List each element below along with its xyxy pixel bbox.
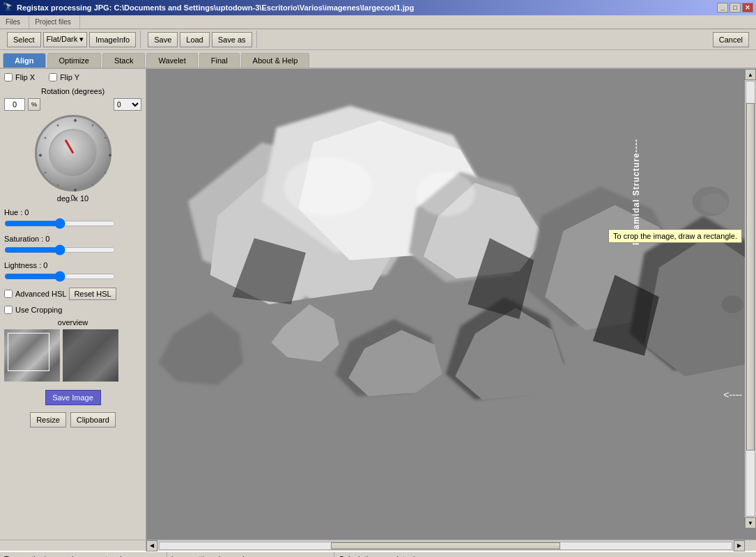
- svg-point-30: [284, 157, 372, 217]
- save-image-button[interactable]: Save Image: [45, 390, 101, 405]
- svg-point-11: [56, 125, 59, 127]
- thumbnail-container: [4, 329, 141, 382]
- lightness-row: Lightness : 0: [4, 261, 141, 283]
- svg-point-1: [91, 125, 93, 127]
- rotation-select[interactable]: 0 90 180 270: [114, 98, 141, 111]
- files-group: Files: [0, 15, 29, 29]
- select-section: Select Flat/Dark ▾ ImageInfo: [3, 31, 141, 48]
- flip-row: Flip X Flip Y: [4, 73, 141, 81]
- svg-point-8: [44, 172, 46, 174]
- files-label: Files: [6, 18, 23, 26]
- svg-point-37: [722, 295, 744, 313]
- project-section: Save Load Save as: [144, 31, 256, 48]
- tab-final[interactable]: Final: [199, 53, 240, 68]
- saturation-slider[interactable]: [4, 244, 116, 256]
- tab-align[interactable]: Align: [3, 53, 46, 68]
- cancel-button[interactable]: Cancel: [713, 32, 749, 47]
- select-button[interactable]: Select: [7, 32, 41, 47]
- reset-hsl-button[interactable]: Reset HSL: [69, 288, 116, 300]
- title-bar: 🔭 Registax processing JPG: C:\Documents …: [0, 0, 756, 15]
- svg-point-31: [416, 172, 475, 216]
- resize-button[interactable]: Resize: [30, 412, 66, 427]
- svg-point-3: [109, 154, 111, 157]
- flip-y-label[interactable]: Flip Y: [49, 73, 79, 81]
- use-cropping-label[interactable]: Use Cropping: [4, 306, 62, 314]
- lightness-slider[interactable]: [4, 271, 116, 282]
- advanced-hsl-row: Advanced HSL Reset HSL: [4, 288, 141, 300]
- main-image-svg: [146, 69, 756, 540]
- flat-dark-button[interactable]: Flat/Dark ▾: [43, 32, 88, 47]
- image-area[interactable]: ▲ ▼: [146, 69, 756, 540]
- app-icon: 🔭: [3, 2, 14, 13]
- hscroll-right-button[interactable]: ▶: [734, 540, 745, 551]
- rotation-input[interactable]: [4, 98, 25, 111]
- advanced-hsl-checkbox[interactable]: [4, 290, 13, 298]
- status-bar: To crop the image, draw a rectangle. lay…: [0, 551, 756, 557]
- horizontal-scrollbar[interactable]: ◀ ▶: [0, 540, 756, 551]
- knob-zero-label: 0: [71, 194, 75, 202]
- left-panel: Flip X Flip Y Rotation (degrees) % 0 90 …: [0, 69, 146, 540]
- knob-indicator: [64, 139, 74, 154]
- flip-x-checkbox[interactable]: [4, 73, 13, 81]
- clipboard-button[interactable]: Clipboard: [70, 412, 116, 427]
- save-button[interactable]: Save: [148, 32, 178, 47]
- save-as-button[interactable]: Save as: [212, 32, 252, 47]
- bottom-buttons: Resize Clipboard: [4, 412, 141, 427]
- rotation-row: % 0 90 180 270: [4, 98, 141, 111]
- image-info-button[interactable]: ImageInfo: [89, 32, 136, 47]
- menu-bar: Files Project files: [0, 15, 756, 29]
- flip-y-checkbox[interactable]: [49, 73, 57, 81]
- save-image-row: Save Image: [4, 387, 141, 408]
- rotation-unit-button[interactable]: %: [28, 98, 40, 111]
- close-button[interactable]: ✕: [742, 3, 753, 13]
- vertical-scrollbar[interactable]: ▲ ▼: [745, 69, 756, 528]
- tab-about[interactable]: About & Help: [241, 53, 310, 68]
- vscroll-track[interactable]: [746, 81, 755, 517]
- status-pane-2: layer setting changed: [167, 552, 334, 557]
- use-cropping-checkbox[interactable]: [4, 306, 13, 314]
- svg-point-0: [74, 119, 77, 122]
- status-pane-1: To crop the image, draw a rectangle.: [0, 552, 167, 557]
- hscroll-left-button[interactable]: ◀: [146, 540, 157, 551]
- use-cropping-row: Use Cropping: [4, 306, 141, 314]
- overview-label: overview: [4, 318, 141, 327]
- status-pane-3: Calculating wavelets done: [334, 552, 756, 557]
- svg-point-10: [44, 137, 46, 139]
- cancel-section: Cancel: [260, 31, 754, 48]
- scroll-down-button[interactable]: ▼: [745, 517, 756, 528]
- tab-wavelet[interactable]: Wavelet: [146, 53, 197, 68]
- tab-stack[interactable]: Stack: [102, 53, 146, 68]
- hue-slider[interactable]: [4, 218, 116, 229]
- advanced-hsl-label[interactable]: Advanced HSL: [4, 290, 66, 298]
- toolbar: Select Flat/Dark ▾ ImageInfo Save Load S…: [0, 29, 756, 50]
- main-area: Flip X Flip Y Rotation (degrees) % 0 90 …: [0, 69, 756, 540]
- saturation-label: Saturation : 0: [4, 235, 141, 243]
- flip-x-label[interactable]: Flip X: [4, 73, 35, 81]
- crop-section: Use Cropping overview Save Image Resize …: [4, 306, 141, 427]
- tab-bar: Align Optimize Stack Wavelet Final About…: [0, 50, 756, 69]
- svg-point-4: [104, 172, 106, 174]
- side-arrow: <----: [723, 389, 742, 400]
- lightness-label: Lightness : 0: [4, 261, 141, 269]
- svg-point-36: [701, 194, 727, 214]
- thumbnail-right: [63, 329, 118, 382]
- rotation-label: Rotation (degrees): [4, 87, 141, 95]
- svg-point-5: [91, 185, 93, 187]
- maximize-button[interactable]: □: [730, 3, 741, 13]
- scroll-up-button[interactable]: ▲: [745, 69, 756, 80]
- svg-point-6: [74, 189, 77, 191]
- hscroll-thumb[interactable]: [331, 542, 560, 549]
- hue-label: Hue : 0: [4, 208, 141, 217]
- tab-optimize[interactable]: Optimize: [47, 53, 101, 68]
- vscroll-thumb[interactable]: [746, 103, 755, 450]
- window-title: Registax processing JPG: C:\Documents an…: [17, 3, 717, 12]
- minimize-button[interactable]: _: [717, 3, 728, 13]
- svg-point-7: [56, 185, 59, 187]
- svg-point-2: [104, 137, 106, 139]
- crop-overlay: [8, 333, 49, 371]
- knob-center: [49, 129, 98, 178]
- load-button[interactable]: Load: [180, 32, 209, 47]
- rotation-knob[interactable]: 0: [35, 115, 111, 191]
- crop-tooltip: To crop the image, draw a rectangle.: [608, 229, 742, 243]
- hscroll-track[interactable]: [159, 542, 732, 550]
